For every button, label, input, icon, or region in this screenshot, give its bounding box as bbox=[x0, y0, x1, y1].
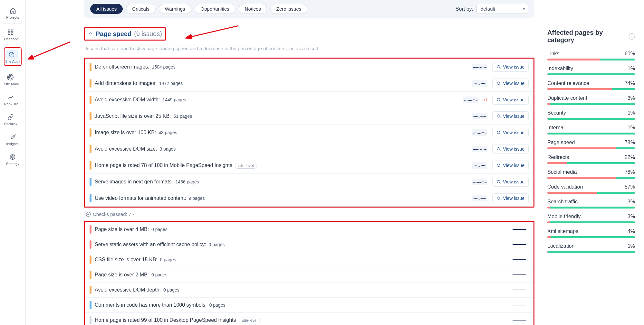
category-pct: 3% bbox=[628, 199, 635, 205]
category-name: Search traffic bbox=[547, 199, 578, 205]
category-pct: 22% bbox=[625, 154, 635, 160]
filter-pill-criticals[interactable]: Criticals bbox=[126, 4, 155, 14]
category-row-indexability[interactable]: Indexability1% bbox=[547, 66, 635, 75]
filter-pill-opportunities[interactable]: Opportunities bbox=[195, 4, 235, 14]
category-bar bbox=[547, 236, 635, 238]
sidebar-item-label: Strategy bbox=[6, 162, 19, 166]
category-row-internal[interactable]: Internal1% bbox=[547, 125, 635, 135]
category-row-localization[interactable]: Localization1% bbox=[547, 243, 635, 253]
filter-pill-warnings[interactable]: Warnings bbox=[159, 4, 191, 14]
sidebar-item-rank-tra-[interactable]: Rank Tra... bbox=[0, 89, 25, 109]
gauge-icon bbox=[8, 51, 15, 58]
sparkline-icon bbox=[463, 97, 478, 103]
annotation-arrow bbox=[184, 23, 242, 42]
view-issue-button[interactable]: View issue bbox=[492, 128, 529, 137]
sidebar-item-site-moni-[interactable]: Site Moni... bbox=[0, 69, 25, 89]
category-pct: 74% bbox=[625, 80, 635, 86]
svg-point-36 bbox=[497, 197, 500, 199]
issue-row: Serve static assets with an efficient ca… bbox=[85, 237, 533, 252]
issue-title: Serve images in next gen formats: 1436 p… bbox=[95, 179, 199, 185]
sidebar-item-label: Site Moni... bbox=[4, 82, 22, 86]
category-row-duplicate-content[interactable]: Duplicate content3% bbox=[547, 95, 635, 105]
filter-pill-all-issues[interactable]: All issues bbox=[90, 4, 123, 14]
category-row-content-relevance[interactable]: Content relevance74% bbox=[547, 80, 635, 90]
category-row-redirects[interactable]: Redirects22% bbox=[547, 154, 635, 164]
sparkline-icon bbox=[512, 317, 527, 323]
checks-passed-row[interactable]: Checks passed: 7 ▴ bbox=[86, 211, 534, 217]
severity-indicator bbox=[90, 194, 91, 202]
svg-line-28 bbox=[500, 150, 501, 151]
severity-indicator bbox=[90, 96, 91, 104]
view-issue-button[interactable]: View issue bbox=[492, 177, 529, 187]
category-row-social-media[interactable]: Social media78% bbox=[547, 169, 635, 179]
svg-rect-32 bbox=[472, 179, 487, 185]
severity-indicator bbox=[90, 79, 91, 88]
view-issue-button[interactable]: View issue bbox=[492, 144, 529, 154]
sidebar-item-projects[interactable]: Projects bbox=[0, 3, 25, 23]
view-issue-button[interactable]: View issue bbox=[492, 161, 529, 170]
severity-indicator bbox=[90, 301, 91, 309]
issue-row: JavaScript file size is over 25 KB: 51 p… bbox=[85, 108, 533, 125]
issue-row: Image size is over 100 KB: 43 pagesView … bbox=[85, 125, 533, 141]
sidebar-item-strategy[interactable]: Strategy bbox=[0, 149, 25, 169]
dashboard-icon bbox=[7, 29, 14, 35]
sparkline-icon bbox=[512, 256, 527, 263]
category-row-links[interactable]: Links60% bbox=[547, 51, 635, 60]
issue-row: Serve images in next gen formats: 1436 p… bbox=[85, 174, 533, 190]
sparkline-icon bbox=[472, 64, 487, 70]
sparkline-icon bbox=[512, 226, 527, 233]
category-row-page-speed[interactable]: Page speed78% bbox=[547, 140, 635, 149]
wand-icon bbox=[10, 134, 16, 140]
passed-issues-list: Page size is over 4 MB: 0 pagesServe sta… bbox=[85, 222, 533, 325]
category-name: Social media bbox=[547, 169, 577, 175]
issue-title: Comments in code has more than 1000 symb… bbox=[95, 302, 225, 308]
svg-point-38 bbox=[86, 212, 90, 216]
issue-row: CSS file size is over 15 KB: 0 pages bbox=[85, 252, 533, 267]
category-row-security[interactable]: Security1% bbox=[547, 110, 635, 120]
svg-point-9 bbox=[11, 156, 14, 158]
svg-rect-11 bbox=[472, 64, 487, 70]
category-row-mobile-friendly[interactable]: Mobile friendly3% bbox=[547, 214, 635, 223]
filter-pill-zero-issues[interactable]: Zero issues bbox=[270, 4, 308, 14]
category-name: Security bbox=[547, 110, 566, 116]
sidebar-item-label: Projects bbox=[6, 15, 19, 19]
view-issue-button[interactable]: View issue bbox=[492, 62, 529, 72]
category-row-search-traffic[interactable]: Search traffic3% bbox=[547, 199, 635, 209]
svg-point-21 bbox=[497, 115, 500, 117]
svg-rect-29 bbox=[472, 162, 487, 169]
svg-line-39 bbox=[190, 26, 238, 37]
category-row-code-validation[interactable]: Code validation57% bbox=[547, 184, 635, 194]
severity-indicator bbox=[90, 240, 91, 249]
sidebar-item-site-audit[interactable]: Site Audit bbox=[0, 44, 25, 69]
view-issue-button[interactable]: View issue bbox=[492, 193, 529, 203]
category-name: Localization bbox=[547, 243, 575, 249]
caret-up-icon: ▴ bbox=[133, 212, 135, 216]
category-pct: 1% bbox=[628, 66, 635, 71]
svg-point-24 bbox=[497, 131, 500, 134]
right-panel: Affected pages by category i Links60% In… bbox=[547, 0, 644, 325]
category-name: Mobile friendly bbox=[547, 214, 581, 219]
view-issue-button[interactable]: View issue bbox=[492, 95, 529, 105]
category-bar bbox=[547, 207, 635, 209]
issue-title: Page size is over 4 MB: 0 pages bbox=[95, 227, 168, 232]
sort-select[interactable]: default bbox=[476, 4, 528, 14]
category-row-xml-sitemaps[interactable]: Xml sitemaps4% bbox=[547, 228, 635, 238]
info-icon[interactable]: i bbox=[629, 33, 635, 40]
search-icon bbox=[496, 98, 501, 102]
issue-row: Avoid excessive DOM depth: 0 pages bbox=[85, 283, 533, 298]
severity-indicator bbox=[90, 145, 91, 153]
sparkline-icon bbox=[512, 302, 527, 308]
sidebar-item-backlink-[interactable]: Backlink ... bbox=[0, 109, 25, 129]
sidebar-item-dashboa-[interactable]: Dashboa... bbox=[0, 24, 25, 44]
svg-point-5 bbox=[9, 77, 11, 78]
sidebar-item-insights[interactable]: Insights bbox=[0, 129, 25, 149]
view-issue-button[interactable]: View issue bbox=[492, 79, 529, 88]
filter-pill-notices[interactable]: Notices bbox=[239, 4, 267, 14]
issue-row: Defer offscreen images: 1504 pagesView i… bbox=[85, 59, 533, 75]
section-header-page-speed[interactable]: Page speed (9 issues) bbox=[84, 27, 166, 41]
severity-indicator bbox=[90, 271, 91, 279]
home-icon bbox=[10, 7, 16, 14]
issue-row: Avoid excessive DOM width: 1449 pages+1V… bbox=[85, 92, 533, 108]
view-issue-button[interactable]: View issue bbox=[492, 111, 529, 121]
sidebar-item-label: Backlink ... bbox=[4, 122, 21, 126]
